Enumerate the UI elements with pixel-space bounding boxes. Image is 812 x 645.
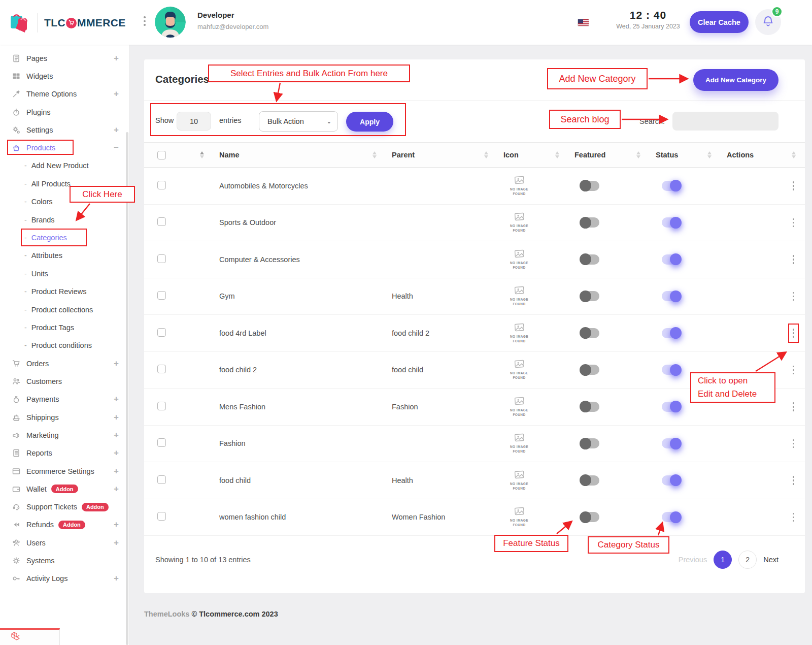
sidebar-item-products[interactable]: Products− bbox=[0, 139, 129, 156]
notifications-button[interactable]: 9 bbox=[755, 9, 781, 35]
sidebar-item-settings[interactable]: Settings+ bbox=[0, 121, 129, 139]
sidebar-item-marketing[interactable]: Marketing+ bbox=[0, 426, 129, 444]
row-checkbox[interactable] bbox=[157, 402, 166, 410]
sidebar-item-ecommerce-settings[interactable]: Ecommerce Settings+ bbox=[0, 462, 129, 480]
clear-cache-button[interactable]: Clear Cache bbox=[690, 11, 749, 33]
pagination-page-2[interactable]: 2 bbox=[738, 551, 757, 569]
sort-icon[interactable] bbox=[200, 151, 204, 159]
status-toggle[interactable] bbox=[662, 475, 681, 486]
sidebar-subitem-product-tags[interactable]: -Product Tags bbox=[0, 318, 129, 336]
header-menu-kebab-icon[interactable] bbox=[144, 16, 146, 26]
plus-icon[interactable]: + bbox=[114, 359, 119, 369]
status-toggle[interactable] bbox=[662, 217, 681, 228]
entries-count-input[interactable] bbox=[177, 112, 211, 131]
sidebar-subitem-add-new-product[interactable]: -Add New Product bbox=[0, 157, 129, 175]
sidebar-item-refunds[interactable]: RefundsAddon+ bbox=[0, 516, 129, 534]
sidebar-item-plugins[interactable]: Plugins bbox=[0, 103, 129, 121]
header-cell-actions[interactable]: Actions bbox=[721, 151, 805, 159]
sidebar-subitem-attributes[interactable]: -Attributes bbox=[0, 247, 129, 265]
header-cell-icon[interactable]: Icon bbox=[497, 151, 568, 159]
sidebar-item-reports[interactable]: Reports+ bbox=[0, 444, 129, 462]
sort-icon[interactable] bbox=[484, 151, 488, 159]
sidebar-item-activity-logs[interactable]: Activity Logs+ bbox=[0, 570, 129, 588]
row-checkbox[interactable] bbox=[157, 475, 166, 484]
sort-icon[interactable] bbox=[792, 151, 796, 159]
plus-icon[interactable]: + bbox=[114, 89, 119, 99]
brand-logo[interactable]: TLCMMERCE bbox=[8, 10, 126, 36]
header-cell-parent[interactable]: Parent bbox=[386, 151, 497, 159]
row-checkbox[interactable] bbox=[157, 181, 166, 189]
sidebar-item-theme-options[interactable]: Theme Options+ bbox=[0, 85, 129, 103]
sidebar-subitem-product-collections[interactable]: -Product collections bbox=[0, 301, 129, 318]
row-checkbox[interactable] bbox=[157, 438, 166, 447]
header-cell-featured[interactable]: Featured bbox=[568, 151, 650, 159]
sidebar-item-support-tickets[interactable]: Support TicketsAddon bbox=[0, 498, 129, 515]
header-cell-name[interactable]: Name bbox=[213, 151, 386, 159]
row-actions-kebab-icon[interactable] bbox=[788, 250, 799, 269]
sort-icon[interactable] bbox=[636, 151, 640, 159]
featured-toggle[interactable] bbox=[581, 254, 599, 265]
sidebar-item-systems[interactable]: Systems bbox=[0, 552, 129, 569]
sidebar-subitem-categories[interactable]: -Categories bbox=[0, 229, 129, 246]
pagination-page-1[interactable]: 1 bbox=[714, 551, 732, 569]
row-actions-kebab-icon[interactable] bbox=[788, 508, 799, 527]
plus-icon[interactable]: + bbox=[114, 125, 119, 135]
featured-toggle[interactable] bbox=[581, 365, 599, 375]
row-actions-kebab-icon[interactable] bbox=[788, 287, 799, 306]
header-cell-status[interactable]: Status bbox=[650, 151, 721, 159]
featured-toggle[interactable] bbox=[581, 181, 599, 191]
sort-icon[interactable] bbox=[555, 151, 559, 159]
sidebar-item-pages[interactable]: Pages+ bbox=[0, 49, 129, 67]
plus-icon[interactable]: + bbox=[114, 484, 119, 494]
plus-icon[interactable]: + bbox=[114, 538, 119, 548]
status-toggle[interactable] bbox=[662, 365, 681, 375]
add-new-category-button[interactable]: Add New Category bbox=[693, 69, 779, 91]
row-actions-kebab-icon[interactable] bbox=[788, 434, 799, 454]
sidebar-item-wallet[interactable]: WalletAddon+ bbox=[0, 480, 129, 498]
status-toggle[interactable] bbox=[662, 291, 681, 301]
row-checkbox[interactable] bbox=[157, 254, 166, 263]
row-checkbox[interactable] bbox=[157, 512, 166, 521]
featured-toggle[interactable] bbox=[581, 475, 599, 486]
plus-icon[interactable]: + bbox=[114, 412, 119, 423]
featured-toggle[interactable] bbox=[581, 328, 599, 338]
featured-toggle[interactable] bbox=[581, 217, 599, 228]
apply-button[interactable]: Apply bbox=[346, 112, 393, 132]
sidebar-item-widgets[interactable]: Widgets bbox=[0, 67, 129, 85]
sidebar-subitem-product-conditions[interactable]: -Product conditions bbox=[0, 337, 129, 354]
debugbar[interactable] bbox=[0, 628, 60, 645]
plus-icon[interactable]: + bbox=[114, 520, 119, 530]
plus-icon[interactable]: + bbox=[114, 573, 119, 584]
row-checkbox[interactable] bbox=[157, 365, 166, 373]
row-actions-kebab-icon[interactable] bbox=[788, 213, 799, 233]
status-toggle[interactable] bbox=[662, 328, 681, 338]
plus-icon[interactable]: + bbox=[114, 430, 119, 440]
plus-icon[interactable]: + bbox=[114, 394, 119, 404]
sidebar-item-users[interactable]: Users+ bbox=[0, 534, 129, 552]
row-actions-kebab-icon[interactable] bbox=[788, 324, 799, 343]
search-input[interactable] bbox=[672, 112, 779, 131]
status-toggle[interactable] bbox=[662, 254, 681, 265]
plus-icon[interactable]: + bbox=[114, 53, 119, 63]
sidebar-item-shippings[interactable]: Shippings+ bbox=[0, 408, 129, 426]
status-toggle[interactable] bbox=[662, 181, 681, 191]
user-avatar[interactable] bbox=[155, 7, 186, 38]
pagination-next[interactable]: Next bbox=[763, 556, 779, 564]
row-actions-kebab-icon[interactable] bbox=[788, 471, 799, 490]
featured-toggle[interactable] bbox=[581, 512, 599, 522]
status-toggle[interactable] bbox=[662, 438, 681, 448]
row-checkbox[interactable] bbox=[157, 328, 166, 337]
sidebar-item-payments[interactable]: Payments+ bbox=[0, 391, 129, 408]
sort-icon[interactable] bbox=[707, 151, 712, 159]
plus-icon[interactable]: + bbox=[114, 466, 119, 476]
sidebar-subitem-units[interactable]: -Units bbox=[0, 265, 129, 282]
language-flag-icon[interactable] bbox=[578, 19, 589, 26]
sidebar-item-customers[interactable]: Customers bbox=[0, 372, 129, 390]
sidebar-subitem-product-reviews[interactable]: -Product Reviews bbox=[0, 283, 129, 301]
plus-icon[interactable]: + bbox=[114, 448, 119, 458]
sidebar-item-orders[interactable]: Orders+ bbox=[0, 354, 129, 372]
row-checkbox[interactable] bbox=[157, 217, 166, 226]
row-actions-kebab-icon[interactable] bbox=[788, 397, 799, 416]
status-toggle[interactable] bbox=[662, 402, 681, 412]
pagination-previous[interactable]: Previous bbox=[679, 556, 707, 564]
